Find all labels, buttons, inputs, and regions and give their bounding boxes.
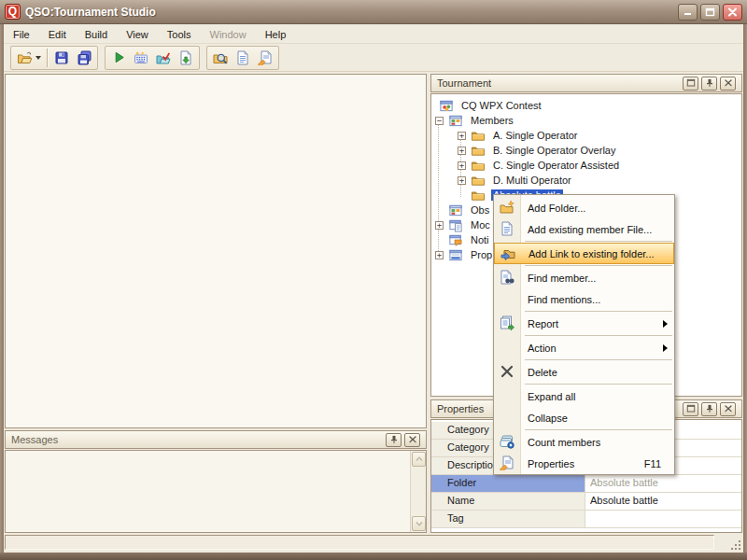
tree-item-c-single-operator-assisted[interactable]: + C. Single Operator Assisted <box>433 158 621 173</box>
messages-panel-header[interactable]: Messages <box>5 430 427 449</box>
properties-close-button[interactable] <box>720 402 736 416</box>
report-list-button[interactable] <box>232 48 254 68</box>
maximize-icon <box>705 7 715 17</box>
tree-item-prop[interactable]: + Prop <box>433 247 494 262</box>
title-bar[interactable]: Q QSO:Tournament Studio <box>0 0 747 24</box>
collapse-expander[interactable]: − <box>435 117 444 125</box>
menu-window: Window <box>201 27 256 42</box>
import-document-button[interactable] <box>175 48 197 68</box>
menu-tools[interactable]: Tools <box>158 27 201 42</box>
chevron-down-icon <box>414 518 425 529</box>
report-list-icon <box>235 50 250 65</box>
expand-expander[interactable]: + <box>458 147 466 155</box>
pin-icon <box>704 403 715 414</box>
resize-grip[interactable] <box>731 540 741 551</box>
menu-help[interactable]: Help <box>256 27 296 42</box>
tournament-close-button[interactable] <box>720 77 736 91</box>
menu-item-find-mentions[interactable]: Find mentions... <box>494 288 674 310</box>
menu-edit[interactable]: Edit <box>39 27 76 42</box>
scroll-up-button[interactable] <box>412 452 426 467</box>
folder-icon <box>471 189 486 203</box>
document-properties-button[interactable] <box>254 48 276 68</box>
menu-item-delete[interactable]: Delete <box>494 361 674 383</box>
open-verify-icon <box>156 50 171 65</box>
folder-icon <box>471 159 486 173</box>
selected-property-name[interactable]: Folder <box>431 475 585 492</box>
context-menu: Add Folder... Add existing member File..… <box>493 194 675 475</box>
expand-expander[interactable]: + <box>435 251 444 259</box>
save-all-button[interactable] <box>73 48 95 68</box>
scroll-down-button[interactable] <box>412 516 426 531</box>
maximize-button[interactable] <box>700 4 720 21</box>
expand-expander[interactable]: + <box>435 221 444 230</box>
run-button[interactable] <box>107 48 130 68</box>
property-row-tag[interactable]: Tag <box>431 511 741 528</box>
close-button[interactable] <box>723 4 742 21</box>
tree-item-a-single-operator[interactable]: + A. Single Operator <box>433 128 580 143</box>
window-frame-right <box>743 24 747 560</box>
tree-item-members[interactable]: − Members <box>433 113 515 128</box>
expand-expander[interactable]: + <box>458 176 466 185</box>
menu-item-count-members[interactable]: Count members <box>494 431 674 453</box>
menu-build[interactable]: Build <box>76 27 117 42</box>
save-all-icon <box>77 50 92 65</box>
messages-scrollbar[interactable] <box>410 451 426 532</box>
messages-panel-title: Messages <box>11 434 58 445</box>
menu-item-find-member[interactable]: Find member... <box>494 267 674 288</box>
property-row-folder[interactable]: Folder Absolute battle <box>431 475 741 493</box>
messages-content[interactable] <box>5 450 427 533</box>
expand-expander[interactable]: + <box>458 132 466 140</box>
chevron-up-icon <box>414 454 425 465</box>
save-button[interactable] <box>50 48 73 68</box>
close-icon <box>727 7 738 17</box>
run-icon <box>112 50 126 64</box>
document-area[interactable] <box>5 74 427 428</box>
minimize-button[interactable] <box>678 4 698 21</box>
find-in-folder-button[interactable] <box>209 48 232 68</box>
tree-item-d-multi-operator[interactable]: + D. Multi Operator <box>433 173 573 188</box>
expand-expander[interactable]: + <box>458 161 466 170</box>
properties-panel-title: Properties <box>437 403 484 414</box>
close-icon <box>407 434 418 445</box>
pin-icon <box>704 77 715 89</box>
submenu-arrow-icon <box>663 344 668 352</box>
pin-icon <box>388 434 400 445</box>
menu-item-add-link-to-existing-folder[interactable]: Add Link to existing folder... <box>494 243 674 264</box>
tree-item-b-single-operator-overlay[interactable]: + B. Single Operator Overlay <box>433 143 617 158</box>
new-folder-icon <box>500 200 515 215</box>
property-row-name[interactable]: Name Absolute battle <box>431 493 741 511</box>
menu-item-report[interactable]: Report <box>494 313 674 334</box>
open-folder-button[interactable] <box>13 48 35 68</box>
open-dropdown-caret[interactable] <box>35 56 41 60</box>
menu-file[interactable]: File <box>4 27 39 42</box>
menu-item-action[interactable]: Action <box>494 337 674 358</box>
tree-item-obs[interactable]: Obs <box>433 203 491 217</box>
properties-maximize-button[interactable] <box>683 402 698 416</box>
folder-icon <box>471 129 486 143</box>
menu-item-collapse[interactable]: Collapse <box>494 407 674 428</box>
toolbar-group-view <box>206 46 279 70</box>
menu-view[interactable]: View <box>117 27 158 42</box>
menu-item-expand-all[interactable]: Expand all <box>494 385 674 407</box>
tournament-panel-header[interactable]: Tournament <box>430 74 742 92</box>
tournament-maximize-button[interactable] <box>683 77 698 91</box>
tree-item-moc[interactable]: + Moc <box>433 217 492 232</box>
tournament-panel-title: Tournament <box>437 77 491 89</box>
status-bar <box>4 534 743 552</box>
menu-item-add-existing-member-file[interactable]: Add existing member File... <box>494 218 674 240</box>
menu-item-properties[interactable]: Properties F11 <box>494 453 674 474</box>
close-icon <box>723 403 734 414</box>
window-frame-left <box>0 24 4 560</box>
messages-pin-button[interactable] <box>386 433 402 447</box>
document-icon <box>500 221 515 236</box>
tournament-pin-button[interactable] <box>701 77 717 91</box>
menu-item-add-folder[interactable]: Add Folder... <box>494 197 674 218</box>
open-verify-button[interactable] <box>152 48 175 68</box>
link-folder-icon <box>500 246 516 261</box>
build-button[interactable] <box>130 48 152 68</box>
save-icon <box>54 50 69 65</box>
tree-item-cq-wpx-contest[interactable]: CQ WPX Contest <box>433 98 543 113</box>
tree-item-noti[interactable]: Noti <box>433 232 491 247</box>
properties-pin-button[interactable] <box>701 402 717 416</box>
messages-close-button[interactable] <box>404 433 420 447</box>
